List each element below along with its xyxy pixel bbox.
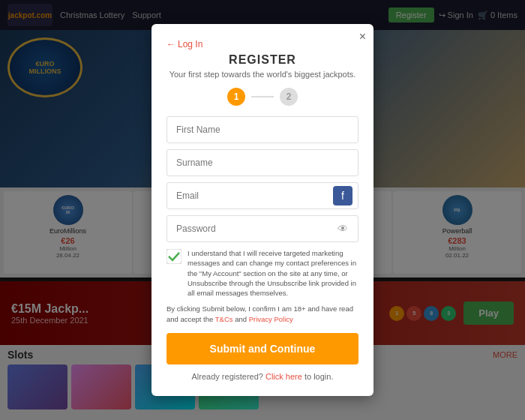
marketing-checkbox-label: I understand that I will receive targete… [188,248,358,298]
submit-continue-button[interactable]: Submit and Continue [166,333,358,364]
email-field-wrapper: f [166,182,358,209]
step-1-indicator: 1 [227,88,245,106]
password-toggle-icon[interactable]: 👁 [333,219,352,238]
marketing-checkbox-area: I understand that I will receive targete… [166,248,358,298]
back-arrow-icon: ← [166,39,176,50]
firstname-input[interactable] [166,116,358,143]
surname-input[interactable] [166,149,358,176]
password-input[interactable] [166,215,358,242]
step-2-indicator: 2 [280,88,298,106]
legal-and: and [233,315,249,323]
modal-close-button[interactable]: × [359,30,366,44]
password-field-wrapper: 👁 [166,215,358,242]
click-here-link[interactable]: Click here [266,372,302,381]
email-input[interactable] [166,182,358,209]
already-label: Already registered? [192,372,263,381]
back-to-login-link[interactable]: ← Log In [166,39,358,50]
facebook-login-icon[interactable]: f [333,186,352,206]
privacy-link[interactable]: Privacy Policy [249,315,293,323]
already-registered-section: Already registered? Click here to login. [166,372,358,381]
modal-title: REGISTER [166,53,358,67]
marketing-checkbox[interactable] [166,249,182,264]
step-line [251,96,274,98]
back-label: Log In [178,39,202,50]
register-modal: × ← Log In REGISTER Your first step towa… [152,24,374,396]
modal-subtitle: Your first step towards the world's bigg… [166,70,358,79]
terms-link[interactable]: T&Cs [215,315,233,323]
registration-steps: 1 2 [166,88,358,106]
legal-text: By clicking Submit below, I confirm I am… [166,304,358,324]
to-login-label: to login. [304,372,334,381]
